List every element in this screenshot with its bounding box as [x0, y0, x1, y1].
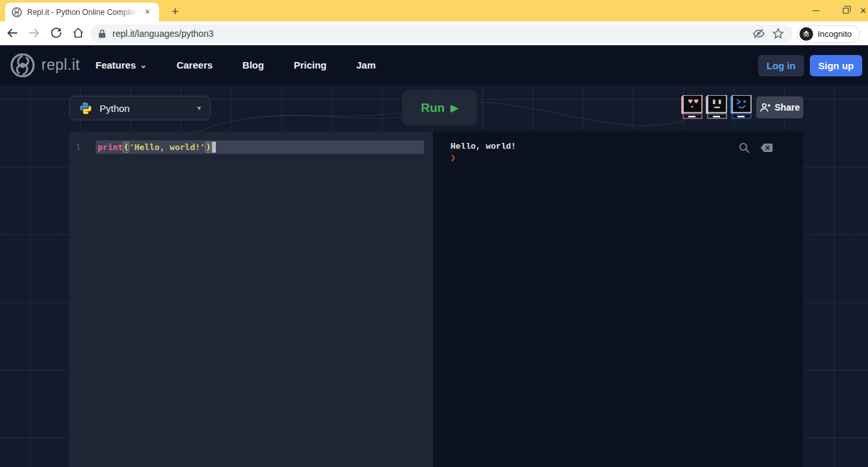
svg-text:♥: ♥ [688, 98, 693, 105]
tab-title: Repl.it - Python Online Compiler [27, 8, 137, 17]
reload-button[interactable] [47, 23, 66, 43]
code-line[interactable]: print('Hello, world!') [96, 140, 424, 154]
svg-text:♥: ♥ [693, 98, 699, 105]
window-minimize-button[interactable] [801, 0, 831, 21]
home-button[interactable] [69, 23, 88, 43]
window-restore-button[interactable] [831, 0, 860, 21]
new-tab-button[interactable]: + [167, 4, 184, 21]
replit-logo[interactable]: repl.it [9, 52, 80, 79]
console-search-button[interactable] [737, 140, 751, 155]
nav-item-careers[interactable]: Careers [176, 53, 213, 77]
signup-button[interactable]: Sign up [810, 55, 862, 76]
code-keyword: print [98, 142, 123, 152]
close-icon: × [860, 5, 866, 17]
home-icon [72, 27, 85, 39]
console-toolbar [737, 140, 774, 155]
url-text[interactable]: repl.it/languages/python3 [112, 28, 746, 39]
nav-item-features[interactable]: Features ⌄ [96, 53, 147, 77]
avatar-wink-computer[interactable] [730, 95, 752, 120]
share-button[interactable]: Share [756, 96, 803, 118]
window-controls: × [801, 0, 868, 21]
nav-label: Features [96, 60, 136, 71]
address-bar[interactable]: repl.it/languages/python3 [90, 25, 792, 43]
nav-label: Jam [356, 60, 376, 71]
code-string: 'Hello, world!' [129, 142, 205, 152]
console-clear-button[interactable] [759, 140, 774, 155]
share-label: Share [775, 102, 800, 113]
logo-text: repl.it [41, 56, 80, 74]
lock-icon [98, 29, 106, 38]
code-open-paren: ( [123, 142, 129, 153]
code-editor[interactable]: 1 print('Hello, world!') [69, 131, 433, 467]
language-selector[interactable]: Python ▾ [69, 96, 211, 120]
eye-off-icon [752, 28, 765, 39]
restore-icon [843, 8, 849, 14]
chevron-down-icon: ⌄ [140, 63, 147, 68]
forward-button[interactable] [25, 23, 44, 43]
replit-swirl-icon [9, 52, 36, 79]
incognito-label: Incognito [818, 29, 852, 39]
search-icon [738, 142, 750, 154]
browser-toolbar: repl.it/languages/python3 [0, 21, 868, 45]
nav-item-blog[interactable]: Blog [242, 53, 264, 77]
nav-label: Careers [176, 60, 213, 71]
console-prompt: ❯ [450, 153, 456, 163]
python-logo-icon [79, 102, 92, 115]
console-output-line: Hello, world! [450, 142, 516, 151]
back-button[interactable] [3, 23, 22, 43]
bookmark-star-button[interactable] [772, 27, 785, 40]
reload-icon [50, 27, 63, 39]
output-console[interactable]: Hello, world! ❯ [433, 131, 803, 467]
play-icon: ▶ [450, 102, 458, 114]
select-caret-icon: ▾ [197, 103, 201, 113]
replit-favicon-icon [12, 7, 22, 17]
nav-label: Pricing [293, 60, 326, 71]
login-button[interactable]: Log in [758, 55, 804, 76]
site-header: repl.it Features ⌄ Careers Blog Pricing … [0, 45, 868, 85]
window-close-button[interactable]: × [860, 0, 868, 21]
avatar-group: ♥ ♥ [681, 95, 752, 120]
invite-person-icon [760, 103, 771, 113]
preview-toggle-button[interactable] [752, 27, 765, 40]
incognito-icon [799, 27, 813, 41]
text-cursor [212, 142, 216, 153]
run-button[interactable]: Run ▶ [402, 90, 477, 125]
site-nav: Features ⌄ Careers Blog Pricing Jam [96, 53, 406, 77]
tab-close-button[interactable]: × [142, 7, 153, 17]
browser-tab[interactable]: Repl.it - Python Online Compiler × [5, 3, 159, 21]
back-arrow-icon [6, 27, 19, 39]
nav-item-jam[interactable]: Jam [356, 53, 376, 77]
run-label: Run [421, 101, 445, 115]
code-close-paren: ) [205, 142, 211, 153]
nav-item-pricing[interactable]: Pricing [293, 53, 326, 77]
forward-arrow-icon [28, 27, 41, 39]
star-icon [772, 28, 784, 39]
avatar-neutral-computer[interactable] [705, 95, 727, 120]
backspace-icon [760, 143, 773, 153]
tab-strip: Repl.it - Python Online Compiler × + × [0, 0, 868, 21]
language-selector-value: Python [100, 103, 190, 114]
auth-buttons: Log in Sign up [758, 55, 862, 76]
browser-window: Repl.it - Python Online Compiler × + × [0, 0, 868, 467]
incognito-badge[interactable]: Incognito [797, 25, 860, 43]
minimize-icon [812, 10, 820, 12]
workspace: Python ▾ Run ▶ ♥ ♥ [0, 85, 868, 467]
avatar-hearts-computer[interactable]: ♥ ♥ [681, 95, 703, 120]
line-number: 1 [76, 142, 81, 152]
nav-label: Blog [242, 60, 264, 71]
